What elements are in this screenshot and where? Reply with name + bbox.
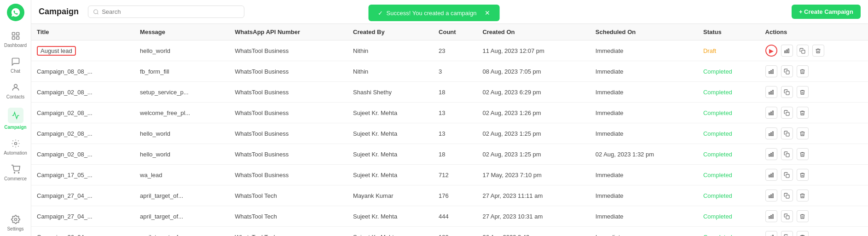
cell-message: welcome_free_pl... bbox=[134, 103, 229, 123]
svg-rect-37 bbox=[786, 174, 789, 177]
delete-button[interactable] bbox=[797, 148, 809, 160]
cell-api-number: WhatsTool Business bbox=[229, 103, 347, 123]
analytics-button[interactable] bbox=[765, 86, 777, 98]
cell-title: Campaign_08_08_... bbox=[31, 61, 134, 82]
analytics-button[interactable] bbox=[765, 231, 777, 236]
cell-created-on: 27 Apr, 2023 10:31 am bbox=[477, 206, 590, 227]
analytics-button[interactable] bbox=[765, 210, 777, 222]
delete-button[interactable] bbox=[812, 45, 824, 57]
sidebar-item-automation[interactable]: Automation bbox=[2, 134, 29, 159]
delete-button[interactable] bbox=[797, 169, 809, 181]
svg-rect-44 bbox=[772, 214, 773, 219]
cell-status: Completed bbox=[698, 185, 760, 206]
cell-api-number: WhatsTool Business bbox=[229, 123, 347, 144]
svg-rect-28 bbox=[772, 132, 773, 136]
svg-rect-22 bbox=[769, 113, 770, 115]
col-message: Message bbox=[134, 24, 229, 40]
delete-button[interactable] bbox=[797, 231, 809, 236]
analytics-button[interactable] bbox=[765, 148, 777, 160]
automation-icon bbox=[10, 138, 21, 149]
table-row: Campaign_02_08_...hello_worldWhatsTool B… bbox=[31, 144, 868, 165]
svg-rect-40 bbox=[772, 194, 773, 198]
sidebar-item-label-dashboard: Dashboard bbox=[4, 43, 27, 48]
analytics-button[interactable] bbox=[765, 127, 777, 139]
cell-scheduled-on: Immediate bbox=[590, 61, 698, 82]
copy-button[interactable] bbox=[781, 231, 793, 236]
analytics-button[interactable] bbox=[781, 45, 793, 57]
cell-api-number: WhatsTool Tech bbox=[229, 206, 347, 227]
sidebar-item-label-commerce: Commerce bbox=[4, 176, 27, 181]
cell-status: Completed bbox=[698, 61, 760, 82]
cell-created-on: 02 Aug, 2023 1:25 pm bbox=[477, 123, 590, 144]
copy-button[interactable] bbox=[797, 45, 809, 57]
cell-scheduled-on: Immediate bbox=[590, 103, 698, 123]
sidebar-item-chat[interactable]: Chat bbox=[2, 52, 29, 77]
analytics-button[interactable] bbox=[765, 190, 777, 201]
cell-created-on: 02 Aug, 2023 1:26 pm bbox=[477, 103, 590, 123]
delete-button[interactable] bbox=[797, 86, 809, 98]
copy-button[interactable] bbox=[781, 127, 793, 139]
copy-button[interactable] bbox=[781, 190, 793, 201]
cell-title: Campaign_02_08_... bbox=[31, 82, 134, 103]
svg-rect-45 bbox=[786, 215, 789, 219]
svg-rect-16 bbox=[772, 69, 773, 74]
cell-count: 13 bbox=[433, 103, 477, 123]
sidebar-item-commerce[interactable]: Commerce bbox=[2, 160, 29, 185]
svg-rect-29 bbox=[786, 132, 789, 136]
cell-message: wa_lead bbox=[134, 165, 229, 185]
cell-created-on: 17 May, 2023 7:10 pm bbox=[477, 165, 590, 185]
sidebar-item-dashboard[interactable]: Dashboard bbox=[2, 27, 29, 52]
col-created-on: Created On bbox=[477, 24, 590, 40]
delete-button[interactable] bbox=[797, 210, 809, 222]
cell-created-by: Shashi Shethy bbox=[347, 82, 433, 103]
table-row: Campaign_02_08_...hello_worldWhatsTool B… bbox=[31, 123, 868, 144]
delete-button[interactable] bbox=[797, 107, 809, 119]
cell-actions bbox=[760, 61, 868, 82]
sidebar-item-campaign[interactable]: Campaign bbox=[2, 104, 29, 133]
search-input[interactable] bbox=[102, 8, 239, 15]
svg-rect-3 bbox=[16, 37, 19, 40]
cell-scheduled-on: Immediate bbox=[590, 185, 698, 206]
svg-point-6 bbox=[14, 173, 15, 173]
cell-status: Completed bbox=[698, 165, 760, 185]
table-row: Campaign_02_08_...setup_service_p...What… bbox=[31, 82, 868, 103]
cell-status: Completed bbox=[698, 227, 760, 236]
cell-api-number: WhatsTool Business bbox=[229, 40, 347, 61]
play-button[interactable]: ▶ bbox=[765, 45, 777, 57]
col-api-number: WhatsApp API Number bbox=[229, 24, 347, 40]
svg-rect-41 bbox=[786, 195, 789, 198]
analytics-button[interactable] bbox=[765, 107, 777, 119]
analytics-button[interactable] bbox=[765, 169, 777, 181]
svg-rect-43 bbox=[770, 215, 771, 219]
svg-rect-17 bbox=[786, 70, 789, 74]
svg-rect-42 bbox=[769, 216, 770, 218]
cell-scheduled-on: Immediate bbox=[590, 123, 698, 144]
cell-message: hello_world bbox=[134, 123, 229, 144]
svg-rect-23 bbox=[770, 112, 771, 115]
sidebar-item-contacts[interactable]: Contacts bbox=[2, 78, 29, 103]
copy-button[interactable] bbox=[781, 210, 793, 222]
cell-actions: ▶ bbox=[760, 40, 868, 61]
cell-status: Completed bbox=[698, 144, 760, 165]
delete-button[interactable] bbox=[797, 65, 809, 77]
campaign-icon bbox=[8, 108, 23, 123]
col-actions: Actions bbox=[760, 24, 868, 40]
svg-rect-18 bbox=[769, 92, 770, 94]
svg-rect-38 bbox=[769, 196, 770, 197]
sidebar-item-settings[interactable]: Settings bbox=[2, 210, 29, 235]
copy-button[interactable] bbox=[781, 86, 793, 98]
delete-button[interactable] bbox=[797, 190, 809, 201]
toast-close-button[interactable]: ✕ bbox=[485, 9, 490, 17]
svg-point-4 bbox=[14, 84, 17, 87]
copy-button[interactable] bbox=[781, 65, 793, 77]
create-campaign-button[interactable]: + Create Campaign bbox=[792, 5, 861, 19]
svg-rect-19 bbox=[770, 91, 771, 94]
delete-button[interactable] bbox=[797, 127, 809, 139]
toast-container: ✓ Success! You created a campaign ✕ bbox=[369, 5, 500, 21]
copy-button[interactable] bbox=[781, 107, 793, 119]
copy-button[interactable] bbox=[781, 148, 793, 160]
analytics-button[interactable] bbox=[765, 65, 777, 77]
table-row: August leadhello_worldWhatsTool Business… bbox=[31, 40, 868, 61]
copy-button[interactable] bbox=[781, 169, 793, 181]
search-box[interactable] bbox=[88, 6, 244, 18]
